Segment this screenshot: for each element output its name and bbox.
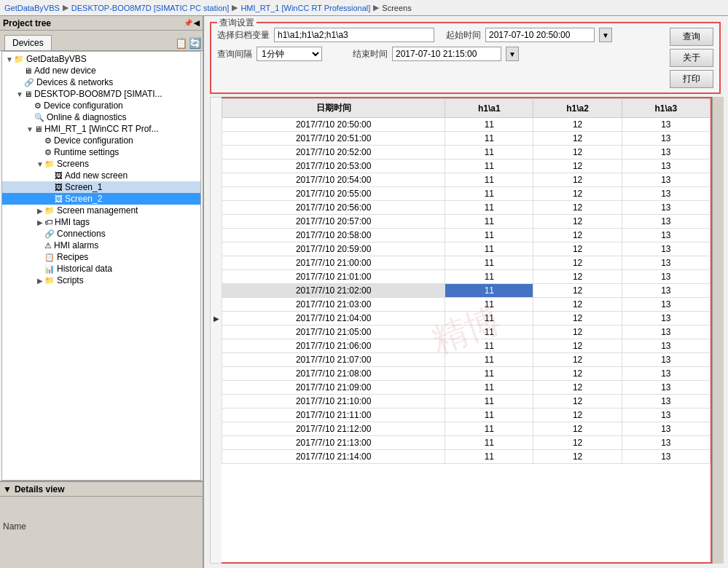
devices-tab[interactable]: Devices — [4, 35, 52, 50]
cell-a2: 12 — [533, 132, 622, 146]
action-buttons: 查询 关于 打印 — [670, 28, 713, 88]
tree-item-devicesnet[interactable]: 🔗 Devices & networks — [2, 76, 200, 88]
table-row[interactable]: 2017/7/10 20:52:00111213 — [222, 146, 711, 159]
cell-a1: 11 — [445, 215, 533, 229]
tree-item-adddevice[interactable]: 🖥 Add new device — [2, 65, 200, 76]
table-scrollbar[interactable] — [712, 97, 724, 564]
tree-item-getdata[interactable]: ▼ 📁 GetDataByVBS — [2, 53, 200, 65]
table-row[interactable]: 2017/7/10 20:55:00111213 — [222, 187, 711, 201]
query-button[interactable]: 查询 — [670, 28, 713, 46]
tree-item-historical[interactable]: 📊 Historical data — [2, 263, 200, 275]
cell-a1: 11 — [445, 159, 533, 173]
project-tree[interactable]: ▼ 📁 GetDataByVBS 🖥 Add new device 🔗 Devi… — [1, 51, 201, 481]
breadcrumb-part-3[interactable]: HMI_RT_1 [WinCC RT Professional] — [240, 4, 370, 12]
table-row[interactable]: 2017/7/10 21:02:00111213 — [222, 284, 711, 298]
tree-item-screen1[interactable]: 🖼 Screen_1 — [2, 181, 200, 193]
table-row[interactable]: 2017/7/10 21:05:00111213 — [222, 326, 711, 339]
cell-a3: 13 — [622, 118, 710, 132]
cell-datetime: 2017/7/10 21:03:00 — [222, 298, 445, 312]
query-settings: 查询设置 选择归档变量 起始时间 ▼ 查询间隔 — [210, 22, 721, 94]
data-table-container[interactable]: 精博 日期时间h1\a1h1\a2h1\a3 2017/7/10 20:50:0… — [222, 97, 712, 564]
details-toggle[interactable]: ▼ — [3, 484, 12, 494]
table-row[interactable]: 2017/7/10 21:13:00111213 — [222, 436, 711, 450]
table-row[interactable]: 2017/7/10 21:07:00111213 — [222, 353, 711, 367]
breadcrumb-part-2[interactable]: DESKTOP-BOO8M7D [SIMATIC PC station] — [71, 4, 230, 12]
cell-a3: 13 — [622, 312, 710, 326]
tree-item-devconfig[interactable]: ⚙ Device configuration — [2, 100, 200, 111]
cell-a1: 11 — [445, 326, 533, 339]
tree-item-screenmgmt[interactable]: ▶ 📁 Screen management — [2, 205, 200, 216]
tree-item-hmi_rt[interactable]: ▼ 🖥 HMI_RT_1 [WinCC RT Prof... — [2, 123, 200, 135]
cell-a2: 12 — [533, 201, 622, 215]
data-table: 日期时间h1\a1h1\a2h1\a3 2017/7/10 20:50:0011… — [222, 98, 711, 464]
table-row[interactable]: 2017/7/10 20:58:00111213 — [222, 229, 711, 242]
table-row[interactable]: 2017/7/10 20:51:00111213 — [222, 132, 711, 146]
cell-a1: 11 — [445, 367, 533, 381]
cell-a1: 11 — [445, 436, 533, 450]
path-input[interactable] — [274, 28, 434, 42]
cell-datetime: 2017/7/10 20:55:00 — [222, 187, 445, 201]
table-row[interactable]: 2017/7/10 21:08:00111213 — [222, 367, 711, 381]
tree-item-addscreen[interactable]: 🖼 Add new screen — [2, 170, 200, 181]
table-row[interactable]: 2017/7/10 20:53:00111213 — [222, 159, 711, 173]
table-row[interactable]: 2017/7/10 21:04:00111213 — [222, 312, 711, 326]
tree-item-screens[interactable]: ▼ 📁 Screens — [2, 158, 200, 170]
tree-item-scripts[interactable]: ▶ 📁 Scripts — [2, 275, 200, 286]
cell-a1: 11 — [445, 201, 533, 215]
table-row[interactable]: 2017/7/10 20:57:00111213 — [222, 215, 711, 229]
pin-icon[interactable]: 📌 — [184, 19, 192, 27]
table-row[interactable]: 2017/7/10 21:03:00111213 — [222, 298, 711, 312]
cell-a3: 13 — [622, 326, 710, 339]
cell-a1: 11 — [445, 395, 533, 409]
panel-title-label: Project tree — [3, 18, 51, 28]
interval-select[interactable]: 1分钟 5分钟 10分钟 30分钟 1小时 — [257, 47, 322, 61]
cell-a1: 11 — [445, 187, 533, 201]
print-button[interactable]: 打印 — [670, 70, 713, 88]
tree-item-online[interactable]: 🔍 Online & diagnostics — [2, 111, 200, 123]
breadcrumb: GetDataByVBS ▶ DESKTOP-BOO8M7D [SIMATIC … — [0, 0, 728, 16]
table-row[interactable]: 2017/7/10 20:59:00111213 — [222, 242, 711, 256]
end-time-picker[interactable]: ▼ — [506, 47, 519, 61]
close-panel-icon[interactable]: ◀ — [194, 19, 200, 27]
table-row[interactable]: 2017/7/10 20:50:00111213 — [222, 118, 711, 132]
details-content: Name — [0, 497, 203, 535]
cell-a1: 11 — [445, 242, 533, 256]
table-row[interactable]: 2017/7/10 20:54:00111213 — [222, 173, 711, 187]
start-time-input[interactable] — [485, 28, 595, 42]
cell-datetime: 2017/7/10 20:50:00 — [222, 118, 445, 132]
tree-item-screen2[interactable]: 🖼 Screen_2 — [2, 193, 200, 205]
cell-a2: 12 — [533, 367, 622, 381]
end-time-input[interactable] — [392, 47, 501, 61]
cell-a2: 12 — [533, 229, 622, 242]
toolbar-icon-1[interactable]: 📋 — [175, 37, 187, 49]
cell-a3: 13 — [622, 353, 710, 367]
table-row[interactable]: 2017/7/10 21:11:00111213 — [222, 409, 711, 422]
details-title-label: Details view — [15, 484, 65, 494]
tree-item-connections[interactable]: 🔗 Connections — [2, 228, 200, 240]
tree-item-devconfig2[interactable]: ⚙ Device configuration — [2, 135, 200, 146]
cell-a1: 11 — [445, 132, 533, 146]
cell-a1: 11 — [445, 422, 533, 436]
table-row[interactable]: 2017/7/10 21:06:00111213 — [222, 339, 711, 353]
table-row[interactable]: 2017/7/10 21:01:00111213 — [222, 270, 711, 284]
table-row[interactable]: 2017/7/10 21:14:00111213 — [222, 450, 711, 464]
table-row[interactable]: 2017/7/10 21:09:00111213 — [222, 381, 711, 395]
table-row[interactable]: 2017/7/10 21:00:00111213 — [222, 256, 711, 270]
cell-a3: 13 — [622, 450, 710, 464]
table-row[interactable]: 2017/7/10 20:56:00111213 — [222, 201, 711, 215]
tree-item-desktop[interactable]: ▼ 🖥 DESKTOP-BOO8M7D [SIMATI... — [2, 88, 200, 100]
about-button[interactable]: 关于 — [670, 49, 713, 67]
breadcrumb-part-1[interactable]: GetDataByVBS — [4, 4, 60, 12]
cell-a1: 11 — [445, 312, 533, 326]
table-row[interactable]: 2017/7/10 21:12:00111213 — [222, 422, 711, 436]
tree-item-runtime[interactable]: ⚙ Runtime settings — [2, 146, 200, 158]
tree-item-hmialarms[interactable]: ⚠ HMI alarms — [2, 240, 200, 251]
tree-item-hmitags[interactable]: ▶ 🏷 HMI tags — [2, 216, 200, 228]
start-time-picker[interactable]: ▼ — [599, 28, 612, 42]
table-header-日期时间: 日期时间 — [222, 99, 445, 118]
cell-a2: 12 — [533, 422, 622, 436]
tree-item-recipes[interactable]: 📋 Recipes — [2, 251, 200, 263]
cell-a3: 13 — [622, 367, 710, 381]
toolbar-icon-2[interactable]: 🔄 — [189, 37, 201, 49]
table-row[interactable]: 2017/7/10 21:10:00111213 — [222, 395, 711, 409]
